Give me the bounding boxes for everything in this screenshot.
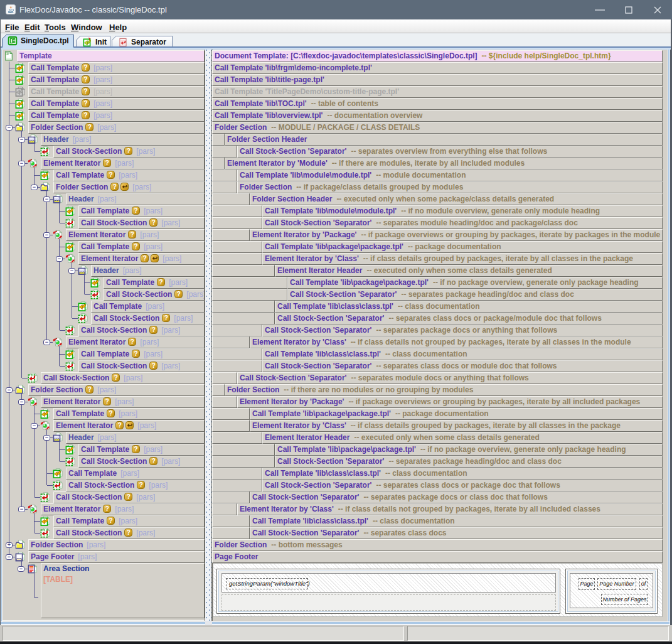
svg-text:T: T xyxy=(7,52,9,55)
